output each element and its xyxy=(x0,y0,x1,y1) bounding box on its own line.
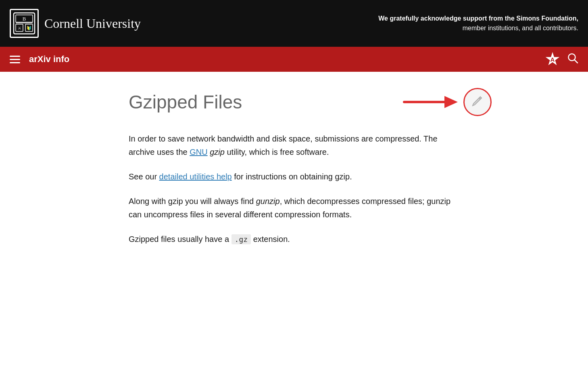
gz-code: .gz xyxy=(231,234,251,244)
paragraph-4-text-1: Gzipped files usually have a xyxy=(129,235,231,244)
paragraph-4: Gzipped files usually have a .gz extensi… xyxy=(129,233,459,246)
svg-text:⚔: ⚔ xyxy=(18,26,21,30)
paragraph-1-gzip: gzip xyxy=(208,148,225,156)
banner-tagline: We gratefully acknowledge support from t… xyxy=(141,14,578,33)
edit-arrow-container xyxy=(402,88,492,116)
university-name: Cornell University xyxy=(44,16,141,31)
nav-bar: arXiv info A xyxy=(0,47,588,72)
top-banner: B ⚔ 🔰 Cornell University We gratefully a… xyxy=(0,0,588,47)
edit-button[interactable] xyxy=(463,88,492,116)
main-content: Gzipped Files In order to save n xyxy=(113,72,475,281)
pencil-icon xyxy=(471,95,484,110)
svg-text:🔰: 🔰 xyxy=(27,25,32,31)
nav-icons: A xyxy=(545,52,578,67)
red-arrow xyxy=(402,92,459,112)
paragraph-2-text-2: for instructions on obtaining gzip. xyxy=(232,172,352,181)
paragraph-4-text-2: extension. xyxy=(251,235,290,244)
nav-title: arXiv info xyxy=(29,54,545,65)
page-title: Gzipped Files xyxy=(129,91,242,113)
gnu-link[interactable]: GNU xyxy=(190,148,207,156)
search-icon[interactable] xyxy=(567,52,578,67)
hamburger-menu[interactable] xyxy=(10,56,20,63)
gunzip-italic: gunzip xyxy=(256,197,280,206)
svg-line-9 xyxy=(575,60,578,63)
paragraph-3: Along with gzip you will always find gun… xyxy=(129,195,459,221)
paragraph-2-text-1: See our xyxy=(129,172,159,181)
cornell-logo: B ⚔ 🔰 Cornell University xyxy=(10,9,141,38)
paragraph-1: In order to save network bandwidth and d… xyxy=(129,132,459,159)
theme-toggle-button[interactable]: A xyxy=(545,52,560,67)
svg-marker-11 xyxy=(444,96,458,108)
svg-text:B: B xyxy=(23,16,26,22)
page-title-row: Gzipped Files xyxy=(129,91,459,113)
paragraph-1-text-2: utility, which is free software. xyxy=(225,148,329,156)
content-section: In order to save network bandwidth and d… xyxy=(129,132,459,246)
theme-icon-letter: A xyxy=(550,56,555,63)
paragraph-2: See our detailed utilities help for inst… xyxy=(129,170,459,183)
cornell-shield: B ⚔ 🔰 xyxy=(10,9,39,38)
utilities-help-link[interactable]: detailed utilities help xyxy=(159,172,232,181)
